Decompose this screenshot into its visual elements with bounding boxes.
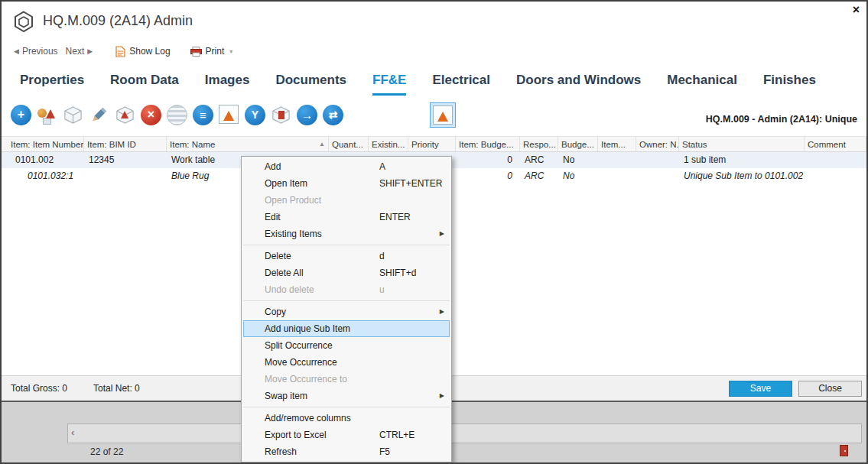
edit-button[interactable] <box>89 105 109 125</box>
submenu-arrow-icon: ▶ <box>440 303 444 320</box>
menu-item-move-occurrence[interactable]: Move Occurrence <box>242 354 451 371</box>
red-door-icon <box>278 111 284 119</box>
cube-icon <box>63 105 83 125</box>
globe-icon <box>167 105 187 125</box>
tab-ffe[interactable]: FF&E <box>372 73 406 96</box>
nav-row: ◀ Previous Next ▶ Show Log Print <box>11 44 232 58</box>
menu-item-existing-items[interactable]: Existing Items ▶ <box>242 226 451 242</box>
cone-view-active-button[interactable] <box>430 102 456 128</box>
door-icon[interactable] <box>840 445 848 456</box>
column-header-priority[interactable]: Priority <box>408 137 456 151</box>
forward-button[interactable]: → <box>297 105 317 125</box>
column-label: Item: BIM ID <box>87 140 136 149</box>
tab-room-data[interactable]: Room Data <box>110 73 179 96</box>
refresh-icon: ⇄ <box>323 105 343 125</box>
menu-item-copy[interactable]: Copy ▶ <box>242 303 451 320</box>
sort-asc-icon: ▲ <box>319 141 325 148</box>
menu-item-shortcut: SHIFT+d <box>379 264 416 281</box>
column-header-existing[interactable]: Existin... <box>369 137 408 151</box>
refresh-button[interactable]: ⇄ <box>323 105 343 125</box>
tab-documents[interactable]: Documents <box>275 73 346 96</box>
column-label: Owner: N... <box>639 140 679 149</box>
column-header-budget[interactable]: Item: Budge... <box>456 137 520 151</box>
items-button[interactable] <box>37 105 57 125</box>
cone-view-button[interactable] <box>219 105 239 125</box>
menu-item-label: Split Occurrence <box>265 340 333 351</box>
tab-images[interactable]: Images <box>205 73 250 96</box>
table-cell: No <box>558 152 598 168</box>
column-header-budge[interactable]: Budge... <box>558 137 598 151</box>
horizontal-scrollbar[interactable]: ‹ <box>67 423 862 443</box>
cone-box-icon <box>219 105 239 124</box>
tab-properties[interactable]: Properties <box>20 73 84 96</box>
save-button[interactable]: Save <box>729 381 792 397</box>
submenu-arrow-icon: ▶ <box>440 388 444 404</box>
red-cone-icon <box>121 111 128 118</box>
column-header-owner[interactable]: Owner: N... <box>636 137 679 151</box>
print-button[interactable]: Print ▾ <box>190 46 233 57</box>
previous-button[interactable]: Previous <box>22 46 58 57</box>
ffe-toolbar: + <box>11 101 456 128</box>
column-label: Comment <box>808 140 846 149</box>
menu-item-move-occurrence-to: Move Occurrence to <box>242 371 451 388</box>
column-header-responsible[interactable]: Respo... <box>520 137 558 151</box>
column-header-name[interactable]: Item: Name▲ <box>167 137 329 151</box>
menu-item-export-to-excel[interactable]: Export to Excel CTRL+E <box>242 427 451 443</box>
menu-item-shortcut: u <box>379 281 385 298</box>
add-item-button[interactable]: + <box>11 105 31 125</box>
cone-box-active-icon <box>433 105 453 125</box>
column-header-quantity[interactable]: Quant... <box>329 137 369 151</box>
menu-item-label: Refresh <box>265 446 297 457</box>
list-icon: ≡ <box>193 105 213 125</box>
table-cell: 0101.002 <box>2 152 84 168</box>
menu-item-refresh[interactable]: Refresh F5 <box>242 443 451 460</box>
globe-button[interactable] <box>167 105 187 125</box>
menu-item-label: Copy <box>265 307 286 317</box>
table-cell <box>636 168 679 184</box>
menu-item-shortcut: ENTER <box>379 209 411 226</box>
column-header-comment[interactable]: Comment <box>805 137 866 151</box>
menu-item-delete-all[interactable]: Delete All SHIFT+d <box>242 264 451 281</box>
table-cell: 1 sub item <box>679 152 805 168</box>
tab-bar: Properties Room Data Images Documents FF… <box>20 70 816 96</box>
table-cell: 0 <box>456 168 520 184</box>
column-header-status[interactable]: Status <box>679 137 805 151</box>
menu-item-open-product: Open Product <box>242 192 451 209</box>
table-cell: Unique Sub Item to 0101.002 <box>679 168 805 184</box>
next-button[interactable]: Next <box>66 46 85 57</box>
menu-item-delete[interactable]: Delete d <box>242 248 451 264</box>
tab-mechanical[interactable]: Mechanical <box>667 73 737 96</box>
x-icon: × <box>141 105 161 125</box>
menu-item-label: Open Product <box>265 195 321 206</box>
tab-electrical[interactable]: Electrical <box>432 73 490 96</box>
column-header-item-number[interactable]: Item: Item Number <box>2 137 84 151</box>
close-button[interactable]: Close <box>798 381 862 397</box>
menu-item-edit[interactable]: Edit ENTER <box>242 209 451 226</box>
menu-item-add-unique-sub-item[interactable]: Add unique Sub Item <box>243 320 450 337</box>
menu-item-add[interactable]: Add A <box>242 158 451 175</box>
split-button[interactable]: Y <box>245 105 265 125</box>
tab-finishes[interactable]: Finishes <box>763 73 816 96</box>
menu-item-split-occurrence[interactable]: Split Occurrence <box>242 337 451 354</box>
menu-item-open-item[interactable]: Open Item SHIFT+ENTER <box>242 175 451 192</box>
previous-arrow-icon[interactable]: ◀ <box>14 47 19 55</box>
copy-product-button[interactable] <box>115 105 135 125</box>
column-header-item[interactable]: Item... <box>598 137 636 151</box>
menu-item-label: Delete All <box>265 268 304 278</box>
show-log-button[interactable]: Show Log <box>115 46 170 57</box>
list-view-button[interactable]: ≡ <box>193 105 213 125</box>
menu-item-shortcut: CTRL+E <box>379 427 414 443</box>
next-arrow-icon[interactable]: ▶ <box>87 47 93 55</box>
menu-item-add-remove-columns[interactable]: Add/remove columns <box>242 410 451 427</box>
menu-item-swap-item[interactable]: Swap item ▶ <box>242 388 451 404</box>
product-button[interactable] <box>63 105 83 125</box>
menu-item-shortcut: SHIFT+ENTER <box>379 175 442 192</box>
door-product-button[interactable] <box>271 105 291 125</box>
column-header-bim-id[interactable]: Item: BIM ID <box>84 137 167 151</box>
tab-doors-and-windows[interactable]: Doors and Windows <box>516 73 641 96</box>
close-icon[interactable]: × <box>853 3 860 17</box>
table-cell <box>84 168 167 184</box>
scroll-left-icon[interactable]: ‹ <box>71 427 74 438</box>
delete-button[interactable]: × <box>141 105 161 125</box>
dialog-title: HQ.M.009 (2A14) Admin <box>43 13 193 29</box>
